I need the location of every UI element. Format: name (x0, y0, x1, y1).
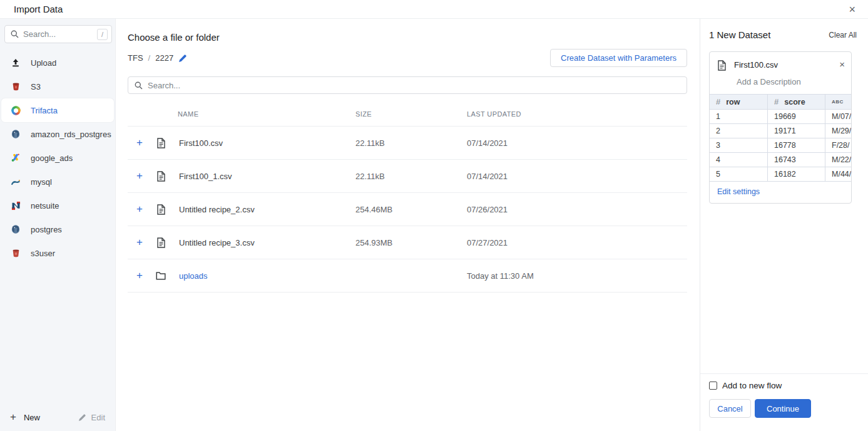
file-name[interactable]: First100_1.csv (170, 172, 355, 181)
file-size: 22.11kB (355, 138, 467, 148)
add-dataset-icon[interactable]: + (128, 170, 151, 182)
search-icon (11, 30, 19, 38)
file-size: 22.11kB (355, 172, 467, 181)
edit-connection-button[interactable]: Edit (78, 413, 105, 422)
file-icon (151, 171, 170, 182)
breadcrumb-current: 2227 (155, 53, 173, 63)
sidebar-item-s3[interactable]: S3 (1, 75, 114, 98)
numeric-type-icon: # (716, 97, 720, 106)
remove-dataset-icon[interactable]: × (839, 60, 845, 69)
search-shortcut-badge: / (97, 29, 108, 40)
column-header-name: NAME (170, 110, 355, 118)
add-dataset-icon[interactable]: + (128, 236, 151, 249)
sidebar-item-label: postgres (31, 225, 62, 234)
sidebar-item-postgres[interactable]: postgres (1, 217, 114, 241)
sidebar-search-input[interactable] (23, 29, 97, 39)
table-row[interactable]: + First100.csv 22.11kB 07/14/2021 (128, 127, 687, 160)
s3-bucket-icon (10, 247, 21, 259)
sidebar-item-label: amazon_rds_postgres (31, 130, 111, 139)
file-updated: Today at 11:30 AM (467, 271, 687, 281)
column-header-last-updated: LAST UPDATED (467, 110, 687, 118)
sidebar-item-label: s3user (31, 249, 55, 258)
folder-icon (151, 271, 170, 280)
sidebar-item-amazon-rds-postgres[interactable]: amazon_rds_postgres (1, 122, 114, 146)
sidebar-item-s3user[interactable]: s3user (1, 241, 114, 265)
new-label: New (24, 413, 40, 422)
netsuite-icon (10, 200, 21, 211)
cancel-button[interactable]: Cancel (709, 399, 751, 418)
add-description-field[interactable]: Add a Description (710, 71, 851, 94)
sidebar-item-upload[interactable]: Upload (1, 51, 114, 75)
plus-icon: + (10, 411, 16, 423)
table-row[interactable]: + First100_1.csv 22.11kB 07/14/2021 (128, 160, 687, 193)
file-name[interactable]: First100.csv (170, 138, 355, 148)
file-icon (717, 60, 727, 71)
sidebar-item-mysql[interactable]: mysql (1, 170, 114, 194)
sidebar-item-label: S3 (31, 82, 41, 91)
panel-title: 1 New Dataset (709, 29, 770, 40)
preview-row: 2 19171 M/29/ (710, 124, 852, 138)
dataset-card: First100.csv × Add a Description # row #… (709, 51, 852, 204)
s3-bucket-icon (10, 81, 21, 92)
connections-sidebar: / Upload S3 Trifacta amazon_rds_postgres… (0, 19, 116, 431)
preview-row: 1 19669 M/07/ (710, 110, 852, 124)
sidebar-item-netsuite[interactable]: netsuite (1, 194, 114, 217)
file-size: 254.46MB (355, 205, 467, 214)
sidebar-item-label: Trifacta (31, 106, 58, 115)
clear-all-link[interactable]: Clear All (829, 31, 857, 39)
postgres-elephant-icon (10, 128, 21, 140)
file-search-input[interactable] (148, 81, 680, 90)
mysql-dolphin-icon (10, 176, 21, 187)
dialog-title: Import Data (14, 4, 63, 14)
add-to-new-flow-checkbox[interactable] (709, 382, 717, 390)
file-search[interactable] (128, 76, 687, 94)
preview-row: 4 16743 M/22/ (710, 153, 852, 167)
file-table-header: NAME SIZE LAST UPDATED (128, 101, 687, 127)
sidebar-item-label: google_ads (31, 153, 73, 163)
sidebar-item-trifacta[interactable]: Trifacta (1, 98, 114, 122)
table-row[interactable]: + Untitled recipe_3.csv 254.93MB 07/27/2… (128, 226, 687, 259)
pencil-icon (78, 413, 86, 422)
table-row[interactable]: + Untitled recipe_2.csv 254.46MB 07/26/2… (128, 193, 687, 226)
numeric-type-icon: # (774, 97, 779, 106)
file-updated: 07/27/2021 (467, 238, 687, 247)
string-type-icon: ABC (832, 99, 844, 105)
preview-row: 5 16182 M/44/ (710, 167, 852, 182)
edit-settings-link[interactable]: Edit settings (710, 182, 851, 203)
postgres-elephant-icon (10, 224, 21, 235)
google-ads-icon (10, 152, 21, 164)
new-connection-button[interactable]: + New (10, 411, 40, 423)
file-icon (151, 237, 170, 248)
edit-label: Edit (91, 413, 105, 422)
file-updated: 07/26/2021 (467, 205, 687, 214)
breadcrumb: TFS / 2227 (128, 53, 187, 63)
breadcrumb-root[interactable]: TFS (128, 53, 143, 63)
file-name[interactable]: Untitled recipe_2.csv (170, 205, 355, 214)
trifacta-icon (10, 105, 21, 116)
file-updated: 07/14/2021 (467, 138, 687, 148)
dataset-name: First100.csv (734, 60, 778, 70)
sidebar-item-label: Upload (31, 58, 56, 68)
add-dataset-icon[interactable]: + (128, 203, 151, 216)
sidebar-item-google-ads[interactable]: google_ads (1, 146, 114, 170)
preview-column-row: # row (710, 95, 768, 110)
sidebar-footer: + New Edit (0, 403, 115, 431)
create-dataset-with-parameters-button[interactable]: Create Dataset with Parameters (550, 49, 687, 67)
new-dataset-panel: 1 New Dataset Clear All First100.csv × A… (700, 19, 868, 431)
preview-header-row: # row # score ABC (710, 95, 852, 110)
search-icon (135, 81, 143, 90)
folder-name[interactable]: uploads (170, 271, 355, 281)
sidebar-search[interactable]: / (4, 25, 112, 43)
table-row[interactable]: + uploads Today at 11:30 AM (128, 259, 687, 293)
file-size: 254.93MB (355, 238, 467, 247)
sidebar-item-label: mysql (31, 177, 52, 187)
close-icon[interactable]: × (849, 4, 855, 15)
continue-button[interactable]: Continue (755, 399, 811, 418)
page-title: Choose a file or folder (128, 32, 687, 43)
upload-icon (10, 57, 21, 68)
add-dataset-icon[interactable]: + (128, 137, 151, 149)
edit-path-pencil-icon[interactable] (178, 54, 187, 63)
add-dataset-icon[interactable]: + (128, 269, 151, 282)
add-to-new-flow-label: Add to new flow (722, 381, 782, 390)
file-name[interactable]: Untitled recipe_3.csv (170, 238, 355, 247)
